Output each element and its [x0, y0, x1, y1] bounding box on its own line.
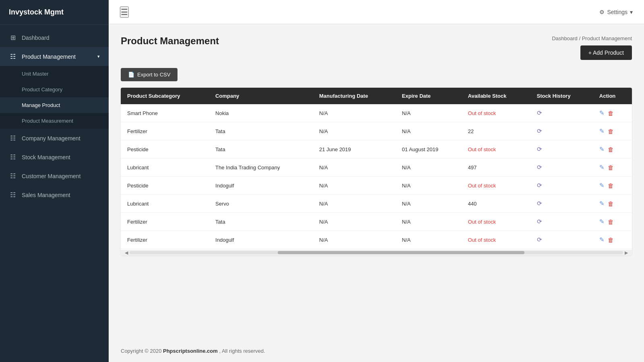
dashboard-icon: ⊞: [9, 34, 17, 41]
sidebar-item-dashboard[interactable]: ⊞ Dashboard: [0, 28, 109, 47]
company-management-icon: ☷: [9, 134, 17, 142]
cell-mfg-date: N/A: [313, 213, 396, 231]
cell-action: ✎ 🗑: [593, 195, 632, 213]
sidebar-item-unit-master[interactable]: Unit Master: [0, 66, 109, 82]
cell-company: Indogulf: [209, 177, 313, 195]
sidebar: Invystock Mgmt ⊞ Dashboard ☷ Product Man…: [0, 0, 109, 362]
hamburger-button[interactable]: ☰: [120, 6, 129, 18]
delete-icon[interactable]: 🗑: [608, 146, 614, 153]
col-mfg-date: Manufacturing Date: [313, 88, 396, 104]
cell-subcategory: Lubricant: [121, 195, 209, 213]
product-management-submenu: Unit Master Product Category Manage Prod…: [0, 66, 109, 129]
cell-subcategory: Fertilizer: [121, 122, 209, 140]
products-table: Product Subcategory Company Manufacturin…: [121, 88, 632, 249]
table-row: Pesticide Tata 21 June 2019 01 August 20…: [121, 140, 632, 158]
export-csv-button[interactable]: 📄 Export to CSV: [121, 68, 178, 81]
delete-icon[interactable]: 🗑: [608, 164, 614, 171]
action-icons: ✎ 🗑: [599, 236, 625, 243]
sidebar-item-product-management[interactable]: ☷ Product Management ▾: [0, 47, 109, 66]
history-icon[interactable]: ⟳: [537, 128, 542, 134]
sidebar-label-stock-management: Stock Management: [22, 154, 100, 160]
delete-icon[interactable]: 🗑: [608, 218, 614, 225]
table-row: Fertilizer Indogulf N/A N/A Out of stock…: [121, 231, 632, 249]
delete-icon[interactable]: 🗑: [608, 200, 614, 207]
cell-exp-date: N/A: [396, 213, 462, 231]
table-row: Fertilizer Tata N/A N/A 22 ⟳ ✎ 🗑: [121, 122, 632, 140]
sidebar-item-product-measurement[interactable]: Product Measurement: [0, 113, 109, 129]
cell-mfg-date: N/A: [313, 122, 396, 140]
cell-subcategory: Smart Phone: [121, 104, 209, 122]
header-right: Dashboard / Product Management + Add Pro…: [552, 35, 632, 60]
cell-exp-date: N/A: [396, 104, 462, 122]
sidebar-item-stock-management[interactable]: ☷ Stock Management: [0, 148, 109, 167]
delete-icon[interactable]: 🗑: [608, 237, 614, 243]
cell-subcategory: Fertilizer: [121, 231, 209, 249]
add-product-button[interactable]: + Add Product: [580, 45, 632, 60]
edit-icon[interactable]: ✎: [599, 182, 605, 189]
sidebar-item-product-category[interactable]: Product Category: [0, 82, 109, 97]
sidebar-label-company-management: Company Management: [22, 135, 100, 142]
sidebar-item-company-management[interactable]: ☷ Company Management: [0, 129, 109, 148]
table-row: Lubricant Servo N/A N/A 440 ⟳ ✎ 🗑: [121, 195, 632, 213]
delete-icon[interactable]: 🗑: [608, 128, 614, 135]
page-title: Product Management: [121, 35, 219, 47]
scrollbar-thumb: [278, 251, 524, 254]
action-icons: ✎ 🗑: [599, 128, 625, 135]
col-exp-date: Expire Date: [396, 88, 462, 104]
cell-company: Tata: [209, 213, 313, 231]
sidebar-label-sales-management: Sales Management: [22, 192, 100, 198]
sidebar-item-customer-management[interactable]: ☷ Customer Management: [0, 167, 109, 185]
products-table-wrapper: Product Subcategory Company Manufacturin…: [121, 88, 632, 255]
history-icon[interactable]: ⟳: [537, 146, 542, 152]
history-icon[interactable]: ⟳: [537, 109, 542, 116]
action-icons: ✎ 🗑: [599, 200, 625, 207]
edit-icon[interactable]: ✎: [599, 109, 605, 117]
cell-exp-date: N/A: [396, 158, 462, 177]
action-icons: ✎ 🗑: [599, 218, 625, 225]
cell-history: ⟳: [530, 158, 593, 177]
history-icon[interactable]: ⟳: [537, 218, 542, 225]
delete-icon[interactable]: 🗑: [608, 110, 614, 117]
history-icon[interactable]: ⟳: [537, 236, 542, 243]
history-icon[interactable]: ⟳: [537, 164, 542, 171]
scroll-right-icon[interactable]: ▶: [623, 250, 630, 255]
settings-label: Settings: [607, 9, 627, 15]
cell-company: The India Trading Company: [209, 158, 313, 177]
action-icons: ✎ 🗑: [599, 146, 625, 153]
sidebar-item-sales-management[interactable]: ☷ Sales Management: [0, 185, 109, 204]
cell-stock: 22: [462, 122, 530, 140]
sidebar-label-customer-management: Customer Management: [22, 173, 100, 179]
cell-action: ✎ 🗑: [593, 213, 632, 231]
settings-button[interactable]: ⚙ Settings ▾: [599, 9, 633, 15]
settings-chevron-icon: ▾: [630, 9, 633, 15]
cell-history: ⟳: [530, 231, 593, 249]
sidebar-label-dashboard: Dashboard: [22, 35, 100, 41]
page-header: Product Management Dashboard / Product M…: [121, 35, 632, 60]
sidebar-item-manage-product[interactable]: Manage Product: [0, 97, 109, 113]
cell-action: ✎ 🗑: [593, 140, 632, 158]
delete-icon[interactable]: 🗑: [608, 182, 614, 189]
table-scrollbar[interactable]: ◀ ▶: [121, 250, 632, 255]
cell-mfg-date: N/A: [313, 195, 396, 213]
footer-brand: Phpscriptsonline.com: [163, 348, 218, 354]
cell-action: ✎ 🗑: [593, 122, 632, 140]
edit-icon[interactable]: ✎: [599, 200, 605, 207]
cell-action: ✎ 🗑: [593, 177, 632, 195]
table-row: Fertilizer Tata N/A N/A Out of stock ⟳ ✎…: [121, 213, 632, 231]
table-row: Lubricant The India Trading Company N/A …: [121, 158, 632, 177]
customer-management-icon: ☷: [9, 172, 17, 180]
edit-icon[interactable]: ✎: [599, 218, 605, 225]
scroll-left-icon[interactable]: ◀: [123, 250, 130, 255]
edit-icon[interactable]: ✎: [599, 236, 605, 243]
cell-history: ⟳: [530, 140, 593, 158]
edit-icon[interactable]: ✎: [599, 128, 605, 135]
cell-history: ⟳: [530, 122, 593, 140]
breadcrumb-home[interactable]: Dashboard: [552, 35, 578, 41]
edit-icon[interactable]: ✎: [599, 164, 605, 171]
chevron-down-icon: ▾: [97, 54, 100, 59]
cell-mfg-date: 21 June 2019: [313, 140, 396, 158]
scrollbar-track: [130, 251, 623, 254]
history-icon[interactable]: ⟳: [537, 200, 542, 207]
edit-icon[interactable]: ✎: [599, 146, 605, 153]
history-icon[interactable]: ⟳: [537, 182, 542, 189]
